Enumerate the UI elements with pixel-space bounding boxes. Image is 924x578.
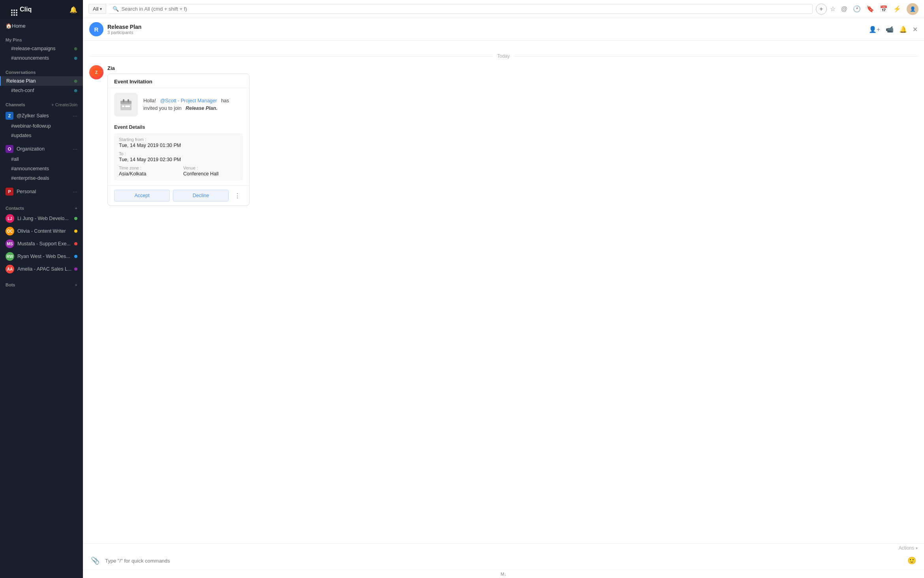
message-group-zia: Z Zia Event Invitation xyxy=(89,65,918,206)
invite-mention[interactable]: @Scott - Project Manager xyxy=(160,98,217,104)
bots-header: Bots + xyxy=(0,279,83,289)
actions-label: Actions xyxy=(899,545,914,551)
sidebar-item-release-plan[interactable]: Release Plan ⊕ xyxy=(0,76,83,86)
bookmark-icon[interactable]: 🔖 xyxy=(866,5,874,13)
svg-rect-3 xyxy=(120,101,131,104)
chat-input[interactable] xyxy=(105,558,902,564)
mention-icon[interactable]: @ xyxy=(841,6,847,13)
actions-dropdown[interactable]: Actions ▾ xyxy=(899,545,918,551)
contacts-section: Contacts + LJ Li Jung - Web Develo... OC… xyxy=(0,200,83,277)
organization-more-icon[interactable]: ··· xyxy=(73,146,77,152)
amelia-status xyxy=(74,267,77,271)
announcements-pin-badge: ⊕ xyxy=(74,56,77,61)
zylker-icon: Z xyxy=(6,112,13,120)
calendar-icon[interactable]: 📅 xyxy=(880,5,888,13)
contacts-title: Contacts xyxy=(6,206,24,211)
release-campaigns-label: #release-campaigns xyxy=(11,46,56,51)
li-jung-avatar: LJ xyxy=(6,214,14,223)
attach-button[interactable]: 📎 xyxy=(89,555,101,567)
personal-more-icon[interactable]: ··· xyxy=(73,188,77,195)
home-icon: 🏠 xyxy=(6,23,12,29)
emoji-button[interactable]: 🙂 xyxy=(906,555,918,567)
announcements-pin-label: #announcements xyxy=(11,55,49,61)
sidebar-item-tech-conf[interactable]: #tech-conf ⊕ xyxy=(0,86,83,95)
contacts-add-btn[interactable]: + xyxy=(75,206,77,211)
amelia-avatar: AA xyxy=(6,265,14,273)
event-details-box: Starting from : Tue, 14 May 2019 01:30 P… xyxy=(114,133,243,181)
notification-settings-icon[interactable]: 🔔 xyxy=(899,26,907,33)
video-icon[interactable]: 📹 xyxy=(886,26,894,33)
sidebar-item-announcements-pin[interactable]: #announcements ⊕ xyxy=(0,53,83,63)
sidebar-item-li-jung[interactable]: LJ Li Jung - Web Develo... xyxy=(0,212,83,225)
messages-area: Today Z Zia Event Invitation xyxy=(83,41,924,543)
channel-avatar: R xyxy=(89,22,103,36)
settings-icon[interactable]: ⚡ xyxy=(893,5,901,13)
search-input[interactable] xyxy=(121,6,808,12)
sidebar-item-olivia[interactable]: OC Olivia - Content Writer xyxy=(0,225,83,237)
decline-button[interactable]: Decline xyxy=(173,190,229,201)
event-more-button[interactable]: ⋮ xyxy=(232,190,243,201)
olivia-label: Olivia - Content Writer xyxy=(17,228,66,234)
chat-footer: Actions ▾ 📎 🙂 M↓ xyxy=(83,543,924,578)
timezone-label: Time zone : xyxy=(119,166,174,170)
personal-icon: P xyxy=(6,188,13,196)
timezone-col: Time zone : Asia/Kolkata xyxy=(119,166,174,177)
invite-prefix: Holla! xyxy=(143,98,156,104)
sidebar-header: Cliq 🔔 xyxy=(0,0,83,19)
tech-conf-label: #tech-conf xyxy=(11,88,34,93)
sidebar-item-mustafa[interactable]: MS Mustafa - Support Exe... xyxy=(0,237,83,250)
grid-icon[interactable] xyxy=(6,5,17,14)
channels-create-btn[interactable]: + Create/Join xyxy=(51,102,77,107)
date-divider-text: Today xyxy=(497,53,510,59)
sidebar-item-ryan-west[interactable]: RW Ryan West - Web Des... xyxy=(0,250,83,263)
bots-add-btn[interactable]: + xyxy=(75,282,77,287)
search-scope-selector[interactable]: All ▾ xyxy=(88,4,106,14)
svg-rect-7 xyxy=(125,105,128,107)
personal-group[interactable]: P Personal ··· xyxy=(0,186,83,197)
release-campaigns-badge: ⊕ xyxy=(74,46,77,51)
olivia-avatar: OC xyxy=(6,227,14,235)
date-divider: Today xyxy=(89,53,918,59)
plus-icon: + xyxy=(819,6,823,13)
sidebar-item-enterprise-deals[interactable]: #enterprise-deals xyxy=(0,173,83,183)
to-label: To : xyxy=(119,151,238,156)
venue-col: Venue : Conference Hall xyxy=(183,166,238,177)
webinar-followup-label: #webinar-followup xyxy=(11,123,51,129)
event-details-section: Event Details Starting from : Tue, 14 Ma… xyxy=(108,121,249,185)
sidebar-item-announcements-org[interactable]: #announcements xyxy=(0,164,83,173)
markdown-hint: M↓ xyxy=(501,572,507,576)
user-avatar[interactable]: 👤 xyxy=(907,3,918,15)
organization-group[interactable]: O Organization ··· xyxy=(0,143,83,154)
starting-from-value: Tue, 14 May 2019 01:30 PM xyxy=(119,143,238,148)
svg-text:Z: Z xyxy=(95,70,98,75)
notification-bell-icon[interactable]: 🔔 xyxy=(69,6,77,13)
add-tab-button[interactable]: + xyxy=(816,4,827,15)
sidebar-item-all[interactable]: #all xyxy=(0,154,83,164)
channel-initial: R xyxy=(94,26,99,33)
sidebar-item-updates[interactable]: #updates xyxy=(0,131,83,140)
ryan-avatar: RW xyxy=(6,252,14,261)
close-icon[interactable]: ✕ xyxy=(913,26,918,33)
add-member-icon[interactable]: 👤+ xyxy=(869,26,880,33)
sidebar-item-release-campaigns[interactable]: #release-campaigns ⊕ xyxy=(0,44,83,53)
channel-name: Release Plan xyxy=(107,24,141,30)
sidebar-item-home[interactable]: 🏠 Home xyxy=(0,19,83,33)
channels-header: Channels + Create/Join xyxy=(0,99,83,109)
footer-actions-bar: Actions ▾ xyxy=(83,544,924,552)
footer-hint: M↓ xyxy=(83,570,924,578)
to-row: To : Tue, 14 May 2019 02:30 PM xyxy=(119,151,238,162)
organization-icon: O xyxy=(6,145,13,153)
accept-button[interactable]: Accept xyxy=(114,190,170,201)
conversations-section: Conversations Release Plan ⊕ #tech-conf … xyxy=(0,64,83,97)
sidebar-item-amelia[interactable]: AA Amelia - APAC Sales L... xyxy=(0,263,83,275)
sidebar-item-webinar-followup[interactable]: #webinar-followup xyxy=(0,121,83,131)
zylker-sales-group[interactable]: Z @Zylker Sales ··· xyxy=(0,110,83,121)
all-label: #all xyxy=(11,156,19,162)
chat-header-actions: 👤+ 📹 🔔 ✕ xyxy=(869,26,918,33)
star-icon[interactable]: ☆ xyxy=(830,5,836,13)
updates-label: #updates xyxy=(11,133,31,138)
history-icon[interactable]: 🕐 xyxy=(853,5,861,13)
zylker-more-icon[interactable]: ··· xyxy=(73,113,77,119)
event-invite-text: Holla! @Scott - Project Manager has invi… xyxy=(143,97,243,112)
li-jung-label: Li Jung - Web Develo... xyxy=(17,216,69,221)
